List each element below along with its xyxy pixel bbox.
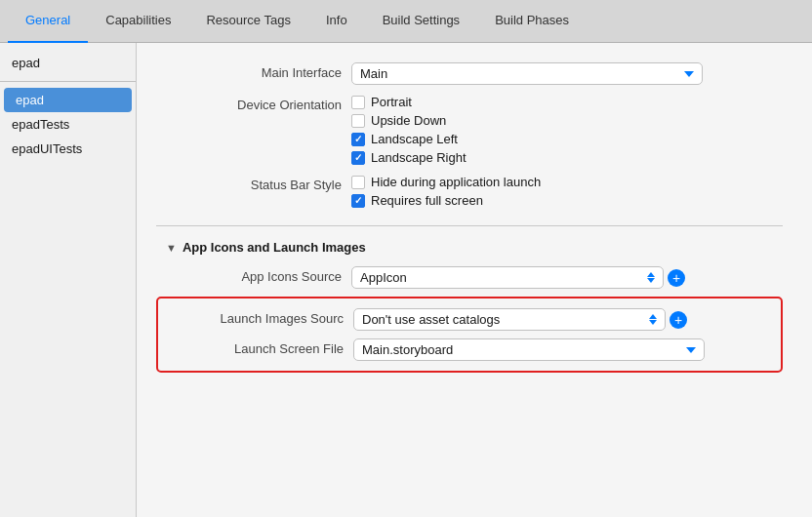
app-icons-source-label: App Icons Source [156,266,351,284]
main-interface-control: Main [351,62,783,85]
launch-stepper-arrows-icon [649,314,657,325]
content-area: Main Interface Main Device Orientation P… [137,43,812,517]
launch-screen-file-row: Launch Screen File Main.storyboard [158,335,781,365]
launch-screen-file-label: Launch Screen File [158,338,353,356]
launch-screen-dropdown-arrow-icon [686,347,696,353]
requires-full-screen-row: Requires full screen [351,193,783,208]
status-bar-row: Status Bar Style Hide during application… [156,175,783,208]
sidebar: epad epad epadTests epadUITests [0,43,137,517]
tab-build-phases[interactable]: Build Phases [477,0,587,43]
stepper-arrows-icon [647,272,655,283]
orientation-landscape-left-checkbox[interactable] [351,133,365,146]
app-icons-section-header: ▼ App Icons and Launch Images [156,240,783,255]
orientation-portrait-row: Portrait [351,95,783,109]
launch-screen-file-dropdown[interactable]: Main.storyboard [353,338,705,361]
main-interface-label: Main Interface [156,62,351,80]
orientation-landscape-right-checkbox[interactable] [351,151,365,165]
add-launch-image-button[interactable]: + [670,311,687,329]
tab-bar: General Capabilities Resource Tags Info … [0,0,812,43]
app-icons-source-control: AppIcon + [351,266,783,289]
main-interface-row: Main Interface Main [156,62,783,85]
app-icons-source-row: App Icons Source AppIcon + [156,266,783,289]
orientation-landscape-left-label: Landscape Left [371,132,458,146]
requires-full-screen-checkbox[interactable] [351,194,365,208]
launch-images-source-dropdown[interactable]: Don't use asset catalogs [353,308,666,331]
launch-screen-file-value: Main.storyboard [362,342,453,357]
hide-during-launch-label: Hide during application launch [371,175,541,189]
orientation-portrait-checkbox[interactable] [351,96,365,109]
orientation-landscape-right-row: Landscape Right [351,150,783,165]
launch-images-highlight-box: Launch Images Sourc Don't use asset cata… [156,297,783,373]
launch-arrow-up-icon [649,314,657,319]
launch-images-source-row: Launch Images Sourc Don't use asset cata… [158,304,781,335]
launch-images-source-value: Don't use asset catalogs [362,312,500,327]
sidebar-item-epaduitests[interactable]: epadUITests [0,137,136,161]
add-app-icon-button[interactable]: + [668,269,685,287]
status-bar-label: Status Bar Style [156,175,351,192]
app-icons-source-dropdown[interactable]: AppIcon [351,266,664,289]
orientation-upsidedown-checkbox[interactable] [351,114,365,128]
tab-build-settings[interactable]: Build Settings [365,0,478,43]
orientation-checkboxes: Portrait Upside Down Landscape Left Land… [351,95,783,165]
sidebar-item-epad-1[interactable]: epad [0,51,136,75]
orientation-portrait-label: Portrait [371,95,412,109]
arrow-up-icon [647,272,655,277]
device-orientation-row: Device Orientation Portrait Upside Down … [156,95,783,165]
device-orientation-label: Device Orientation [156,95,351,112]
app-icons-source-value: AppIcon [360,270,407,285]
requires-full-screen-label: Requires full screen [371,193,483,208]
status-bar-checkboxes: Hide during application launch Requires … [351,175,783,208]
orientation-upsidedown-row: Upside Down [351,113,783,128]
tab-capabilities[interactable]: Capabilities [88,0,188,43]
sidebar-item-epadtests[interactable]: epadTests [0,112,136,137]
app-icons-section-label: App Icons and Launch Images [183,240,366,255]
launch-arrow-down-icon [649,320,657,325]
main-interface-value: Main [360,66,387,81]
launch-images-source-wrap: Don't use asset catalogs + [353,308,781,331]
tab-resource-tags[interactable]: Resource Tags [188,0,307,43]
tab-general[interactable]: General [8,0,88,43]
orientation-upsidedown-label: Upside Down [371,113,446,128]
hide-during-launch-row: Hide during application launch [351,175,783,189]
sidebar-item-epad-2[interactable]: epad [4,88,132,112]
section-collapse-arrow-icon[interactable]: ▼ [166,242,177,254]
main-interface-dropdown[interactable]: Main [351,62,703,85]
main-layout: epad epad epadTests epadUITests Main Int… [0,43,812,517]
hide-during-launch-checkbox[interactable] [351,176,365,189]
launch-screen-file-control: Main.storyboard [353,338,781,361]
section-separator [156,225,783,226]
orientation-landscape-right-label: Landscape Right [371,150,467,165]
tab-info[interactable]: Info [308,0,365,43]
launch-images-source-control: Don't use asset catalogs + [353,308,781,331]
sidebar-divider [0,81,136,82]
arrow-down-icon [647,278,655,283]
launch-images-source-label: Launch Images Sourc [158,308,353,326]
dropdown-arrow-icon [684,71,694,77]
app-icons-source-wrap: AppIcon + [351,266,783,289]
orientation-landscape-left-row: Landscape Left [351,132,783,146]
